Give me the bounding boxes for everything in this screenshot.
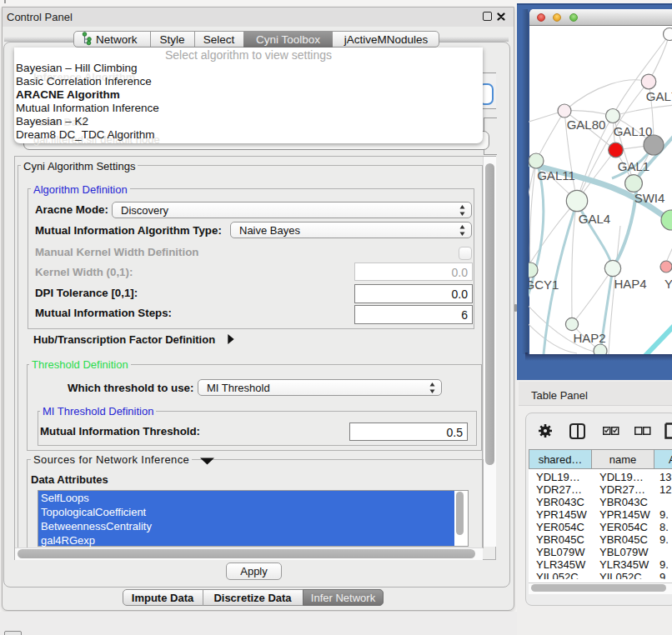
svg-text:GAL11: GAL11 xyxy=(537,168,575,182)
svg-text:GAL10: GAL10 xyxy=(614,124,653,138)
svg-text:GAL4: GAL4 xyxy=(579,212,610,226)
svg-text:HAP4: HAP4 xyxy=(614,277,646,291)
svg-text:Y: Y xyxy=(664,277,672,291)
svg-text:GAL1: GAL1 xyxy=(618,159,649,173)
svg-text:GAL80: GAL80 xyxy=(567,118,606,132)
svg-text:GCY1: GCY1 xyxy=(529,278,559,292)
svg-text:GAL7: GAL7 xyxy=(646,89,672,103)
svg-text:HAP2: HAP2 xyxy=(573,331,605,345)
svg-text:SWI4: SWI4 xyxy=(634,191,665,205)
